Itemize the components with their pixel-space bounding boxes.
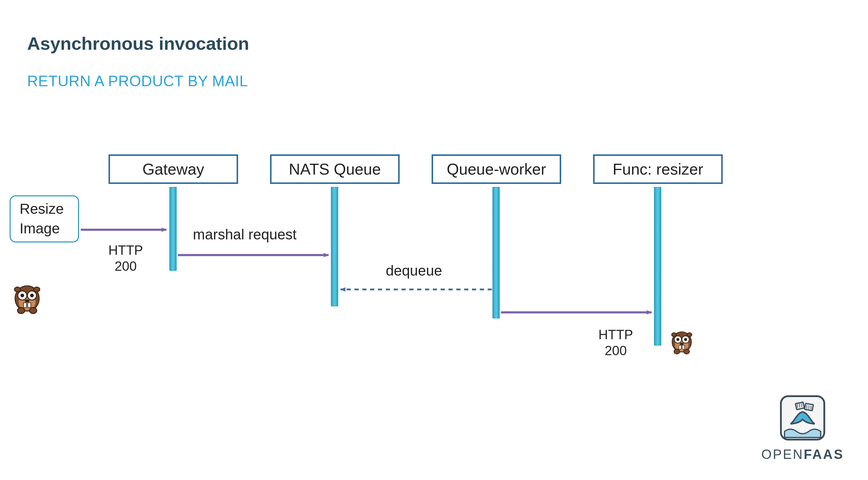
label-http-200-right: HTTP 200: [596, 327, 635, 359]
svg-point-22: [684, 338, 687, 341]
label-http-left-line1: HTTP: [106, 242, 145, 259]
label-http-left-line2: 200: [106, 259, 145, 274]
svg-point-26: [672, 333, 676, 337]
svg-rect-25: [682, 345, 685, 349]
svg-point-28: [674, 349, 680, 354]
label-http-200-left: HTTP 200: [106, 242, 145, 274]
diagram-arrows: [0, 0, 868, 480]
logo-open: OPEN: [761, 447, 804, 461]
svg-point-29: [684, 349, 689, 354]
svg-point-27: [687, 333, 692, 337]
svg-point-23: [680, 342, 684, 345]
svg-point-21: [676, 338, 679, 341]
label-http-right-line2: 200: [596, 343, 635, 359]
openfaas-logo-icon: [778, 394, 827, 442]
label-marshal-request: marshal request: [193, 226, 297, 243]
label-http-right-line1: HTTP: [596, 327, 635, 343]
logo-faas: FAAS: [804, 447, 844, 461]
svg-rect-24: [679, 345, 681, 349]
gopher-icon-right: [670, 327, 694, 356]
openfaas-logo-text: OPENFAAS: [761, 447, 844, 462]
openfaas-logo: OPENFAAS: [761, 394, 844, 462]
label-dequeue: dequeue: [386, 262, 442, 279]
